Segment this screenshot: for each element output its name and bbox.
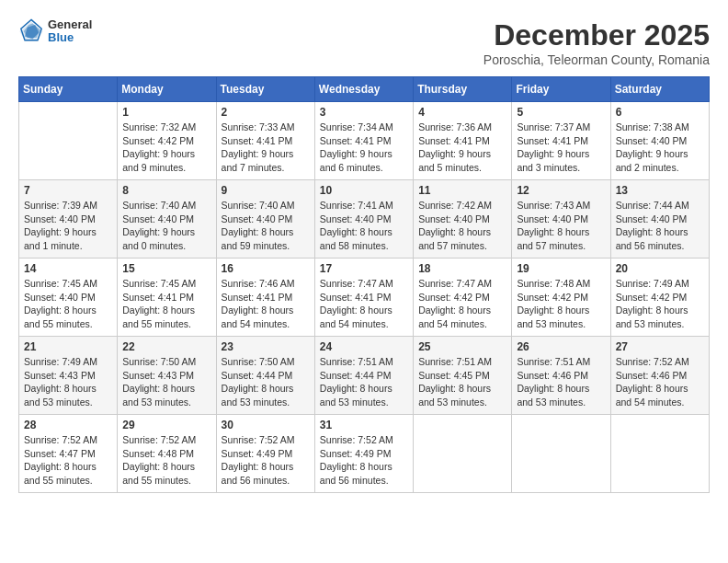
sunrise-text: Sunrise: 7:44 AM (616, 200, 689, 211)
daylight-text: Daylight: 8 hours and 54 minutes. (616, 383, 688, 408)
sunrise-text: Sunrise: 7:51 AM (517, 356, 590, 367)
calendar-cell: 29 Sunrise: 7:52 AM Sunset: 4:48 PM Dayl… (118, 415, 216, 493)
day-number: 31 (320, 419, 408, 431)
daylight-text: Daylight: 8 hours and 53 minutes. (616, 304, 688, 329)
day-number: 26 (517, 340, 605, 353)
sunset-text: Sunset: 4:42 PM (517, 292, 588, 303)
daylight-text: Daylight: 8 hours and 54 minutes. (418, 304, 491, 329)
daylight-text: Daylight: 8 hours and 59 minutes. (222, 226, 294, 251)
calendar-cell: 18 Sunrise: 7:47 AM Sunset: 4:42 PM Dayl… (414, 259, 512, 337)
sunrise-text: Sunrise: 7:48 AM (517, 278, 590, 289)
day-number: 10 (320, 184, 408, 197)
calendar-cell: 16 Sunrise: 7:46 AM Sunset: 4:41 PM Dayl… (216, 259, 314, 337)
location-title: Poroschia, Teleorman County, Romania (483, 52, 710, 67)
day-number: 7 (24, 184, 112, 197)
sunrise-text: Sunrise: 7:43 AM (517, 200, 590, 211)
sunrise-text: Sunrise: 7:45 AM (24, 278, 97, 289)
day-number: 28 (24, 419, 112, 431)
day-info: Sunrise: 7:37 AM Sunset: 4:41 PM Dayligh… (517, 121, 605, 175)
sunset-text: Sunset: 4:40 PM (517, 213, 588, 224)
calendar-cell: 22 Sunrise: 7:50 AM Sunset: 4:43 PM Dayl… (118, 337, 216, 415)
sunset-text: Sunset: 4:48 PM (122, 448, 194, 459)
day-number: 3 (320, 106, 408, 119)
calendar-cell: 31 Sunrise: 7:52 AM Sunset: 4:49 PM Dayl… (314, 415, 413, 493)
day-info: Sunrise: 7:45 AM Sunset: 4:41 PM Dayligh… (122, 277, 210, 331)
day-number: 22 (122, 340, 210, 353)
col-monday: Monday (118, 77, 216, 102)
day-number: 23 (222, 340, 310, 353)
day-info: Sunrise: 7:43 AM Sunset: 4:40 PM Dayligh… (517, 199, 605, 253)
daylight-text: Daylight: 8 hours and 55 minutes. (24, 304, 97, 329)
sunrise-text: Sunrise: 7:52 AM (616, 356, 689, 367)
day-info: Sunrise: 7:52 AM Sunset: 4:49 PM Dayligh… (222, 433, 310, 488)
day-number: 19 (517, 262, 605, 275)
sunset-text: Sunset: 4:41 PM (320, 135, 392, 146)
daylight-text: Daylight: 8 hours and 54 minutes. (320, 304, 392, 329)
sunrise-text: Sunrise: 7:52 AM (122, 434, 196, 445)
day-info: Sunrise: 7:44 AM Sunset: 4:40 PM Dayligh… (616, 199, 704, 253)
month-title: December 2025 (483, 18, 710, 52)
day-info: Sunrise: 7:34 AM Sunset: 4:41 PM Dayligh… (320, 121, 408, 175)
calendar-cell: 15 Sunrise: 7:45 AM Sunset: 4:41 PM Dayl… (118, 259, 216, 337)
sunset-text: Sunset: 4:41 PM (320, 292, 392, 303)
sunset-text: Sunset: 4:42 PM (616, 292, 688, 303)
day-number: 29 (122, 419, 210, 431)
day-info: Sunrise: 7:42 AM Sunset: 4:40 PM Dayligh… (418, 199, 506, 253)
calendar-cell: 28 Sunrise: 7:52 AM Sunset: 4:47 PM Dayl… (19, 415, 118, 493)
calendar-cell: 7 Sunrise: 7:39 AM Sunset: 4:40 PM Dayli… (19, 180, 118, 259)
calendar-cell: 5 Sunrise: 7:37 AM Sunset: 4:41 PM Dayli… (512, 102, 610, 180)
day-number: 18 (418, 262, 506, 275)
day-number: 13 (616, 184, 704, 197)
sunrise-text: Sunrise: 7:51 AM (320, 356, 393, 367)
sunrise-text: Sunrise: 7:45 AM (122, 278, 196, 289)
daylight-text: Daylight: 8 hours and 53 minutes. (222, 383, 294, 408)
daylight-text: Daylight: 9 hours and 5 minutes. (418, 148, 491, 173)
sunset-text: Sunset: 4:43 PM (24, 370, 96, 381)
daylight-text: Daylight: 9 hours and 7 minutes. (222, 148, 294, 173)
daylight-text: Daylight: 8 hours and 53 minutes. (517, 304, 589, 329)
sunset-text: Sunset: 4:43 PM (122, 370, 194, 381)
sunset-text: Sunset: 4:41 PM (222, 135, 293, 146)
calendar-cell: 14 Sunrise: 7:45 AM Sunset: 4:40 PM Dayl… (19, 259, 118, 337)
sunrise-text: Sunrise: 7:39 AM (24, 200, 97, 211)
day-info: Sunrise: 7:52 AM Sunset: 4:48 PM Dayligh… (122, 433, 210, 488)
header-row: Sunday Monday Tuesday Wednesday Thursday… (19, 77, 710, 102)
calendar-cell: 13 Sunrise: 7:44 AM Sunset: 4:40 PM Dayl… (610, 180, 709, 259)
sunset-text: Sunset: 4:42 PM (122, 135, 194, 146)
title-section: December 2025 Poroschia, Teleorman Count… (483, 18, 710, 67)
logo-icon (18, 18, 44, 44)
sunset-text: Sunset: 4:40 PM (418, 213, 490, 224)
daylight-text: Daylight: 8 hours and 53 minutes. (418, 383, 491, 408)
col-sunday: Sunday (19, 77, 118, 102)
daylight-text: Daylight: 8 hours and 53 minutes. (24, 383, 97, 408)
day-info: Sunrise: 7:52 AM Sunset: 4:49 PM Dayligh… (320, 433, 408, 488)
daylight-text: Daylight: 8 hours and 53 minutes. (320, 383, 392, 408)
daylight-text: Daylight: 9 hours and 9 minutes. (122, 148, 195, 173)
day-info: Sunrise: 7:46 AM Sunset: 4:41 PM Dayligh… (222, 277, 310, 331)
day-info: Sunrise: 7:49 AM Sunset: 4:42 PM Dayligh… (616, 277, 704, 331)
daylight-text: Daylight: 9 hours and 2 minutes. (616, 148, 688, 173)
calendar-cell: 17 Sunrise: 7:47 AM Sunset: 4:41 PM Dayl… (314, 259, 413, 337)
sunrise-text: Sunrise: 7:47 AM (418, 278, 492, 289)
sunrise-text: Sunrise: 7:32 AM (122, 121, 196, 132)
day-info: Sunrise: 7:49 AM Sunset: 4:43 PM Dayligh… (24, 355, 112, 409)
day-number: 20 (616, 262, 704, 275)
sunset-text: Sunset: 4:46 PM (616, 370, 688, 381)
col-wednesday: Wednesday (314, 77, 413, 102)
logo-text: General Blue (48, 18, 92, 45)
calendar-table: Sunday Monday Tuesday Wednesday Thursday… (18, 76, 710, 493)
day-number: 5 (517, 106, 605, 119)
sunset-text: Sunset: 4:40 PM (24, 213, 96, 224)
day-info: Sunrise: 7:48 AM Sunset: 4:42 PM Dayligh… (517, 277, 605, 331)
day-info: Sunrise: 7:51 AM Sunset: 4:46 PM Dayligh… (517, 355, 605, 409)
sunset-text: Sunset: 4:41 PM (418, 135, 490, 146)
calendar-cell (512, 415, 610, 493)
sunrise-text: Sunrise: 7:49 AM (616, 278, 689, 289)
day-number: 2 (222, 106, 310, 119)
calendar-week-1: 1 Sunrise: 7:32 AM Sunset: 4:42 PM Dayli… (19, 102, 710, 180)
day-info: Sunrise: 7:47 AM Sunset: 4:41 PM Dayligh… (320, 277, 408, 331)
day-info: Sunrise: 7:33 AM Sunset: 4:41 PM Dayligh… (222, 121, 310, 175)
day-number: 30 (222, 419, 310, 431)
calendar-cell: 21 Sunrise: 7:49 AM Sunset: 4:43 PM Dayl… (19, 337, 118, 415)
sunset-text: Sunset: 4:49 PM (222, 448, 293, 459)
